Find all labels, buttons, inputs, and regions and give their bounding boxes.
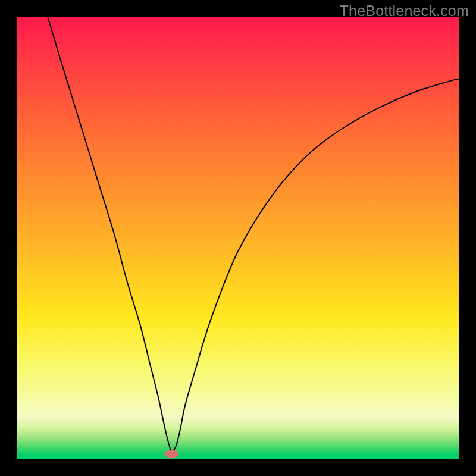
gradient-background — [17, 17, 459, 459]
bottleneck-chart — [17, 17, 459, 459]
minimum-marker — [164, 450, 178, 458]
plot-area — [17, 17, 459, 459]
outer-frame: TheBottleneck.com — [0, 0, 476, 476]
